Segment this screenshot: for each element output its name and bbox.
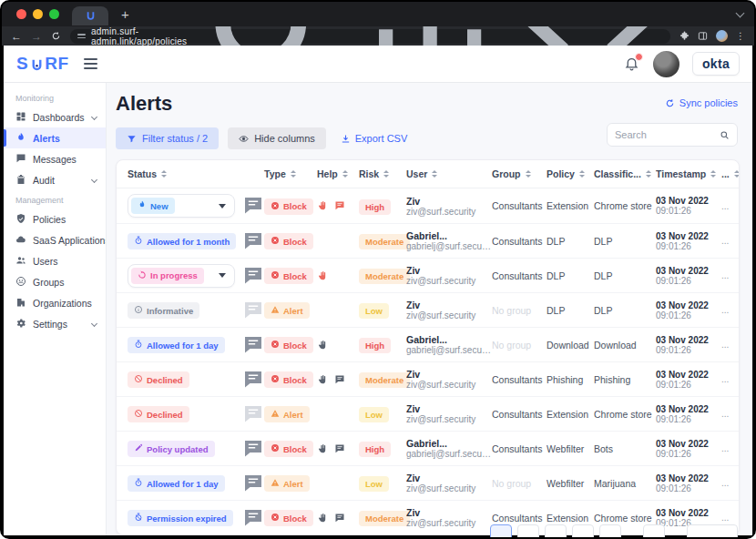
sidebar-item-organizations[interactable]: Organizations: [4, 292, 106, 313]
url-bar[interactable]: admin.surf-admin.link/app/policies: [70, 29, 670, 44]
side-panel-icon[interactable]: [698, 31, 708, 41]
status-badge[interactable]: Allowed for 1 month: [128, 233, 236, 249]
sidebar-item-settings[interactable]: Settings: [4, 313, 106, 334]
comment-icon[interactable]: [242, 230, 264, 252]
sort-icon[interactable]: [161, 170, 167, 178]
help-chat-icon[interactable]: [334, 513, 345, 524]
status-badge[interactable]: Permission expired: [128, 510, 233, 526]
pagination-page-button[interactable]: [599, 524, 621, 539]
row-more-button[interactable]: ...: [721, 340, 729, 350]
pagination-next-button[interactable]: [643, 524, 665, 539]
comment-icon[interactable]: [242, 403, 264, 425]
new-tab-button[interactable]: +: [121, 7, 129, 21]
status-badge[interactable]: Policy updated: [128, 441, 215, 457]
comment-icon[interactable]: [242, 473, 264, 494]
status-badge[interactable]: Declined: [128, 371, 189, 388]
sidebar-item-alerts[interactable]: Alerts: [4, 127, 106, 148]
hand-icon[interactable]: [317, 200, 328, 211]
column-header-group[interactable]: Group: [492, 168, 547, 179]
status-badge[interactable]: Informative: [128, 302, 199, 319]
help-chat-icon[interactable]: [334, 374, 345, 385]
extensions-icon[interactable]: [679, 31, 690, 41]
comment-icon[interactable]: [242, 369, 264, 391]
user-avatar[interactable]: [653, 51, 679, 77]
column-header-risk[interactable]: Risk: [359, 168, 406, 179]
maximize-window-button[interactable]: [49, 9, 59, 19]
row-more-button[interactable]: ...: [721, 236, 729, 246]
browser-menu-icon[interactable]: ⋮: [736, 31, 745, 41]
chevron-down-icon[interactable]: [91, 114, 97, 120]
row-more-button[interactable]: ...: [721, 513, 729, 523]
sidebar-item-groups[interactable]: Groups: [4, 271, 106, 292]
hand-icon[interactable]: [317, 443, 328, 454]
column-header-policy[interactable]: Policy: [547, 168, 594, 179]
column-header-help[interactable]: Help: [317, 168, 359, 179]
column-header-user[interactable]: User: [406, 168, 492, 179]
sort-icon[interactable]: [710, 170, 716, 178]
row-more-button[interactable]: ...: [721, 409, 729, 419]
pagination-page-button[interactable]: [572, 524, 594, 539]
sidebar-item-policies[interactable]: Policies: [4, 208, 106, 229]
browser-profile-avatar[interactable]: [716, 30, 728, 42]
close-window-button[interactable]: [16, 9, 26, 19]
browser-tab[interactable]: [72, 6, 108, 25]
comment-icon[interactable]: [242, 334, 264, 356]
row-more-button[interactable]: ...: [721, 305, 729, 315]
export-csv-button[interactable]: Export CSV: [341, 133, 407, 144]
column-header-status[interactable]: Status: [128, 168, 242, 179]
filter-status-button[interactable]: Filter status / 2: [116, 127, 219, 149]
comment-icon[interactable]: [242, 300, 264, 321]
minimize-window-button[interactable]: [33, 9, 43, 19]
help-chat-icon[interactable]: [334, 200, 345, 211]
pagination-page-button[interactable]: [545, 524, 567, 539]
sort-icon[interactable]: [383, 170, 389, 178]
status-badge[interactable]: Allowed for 1 day: [128, 475, 225, 492]
sort-icon[interactable]: [734, 170, 740, 178]
row-more-button[interactable]: ...: [721, 443, 729, 453]
comment-icon[interactable]: [242, 265, 264, 287]
pagination-page-size-select[interactable]: [687, 524, 738, 539]
back-icon[interactable]: ←: [11, 31, 22, 42]
column-header-type[interactable]: Type: [264, 168, 317, 179]
sidebar-item-users[interactable]: Users: [4, 250, 106, 271]
sort-icon[interactable]: [646, 170, 651, 178]
sidebar-item-messages[interactable]: Messages: [4, 148, 106, 169]
status-badge[interactable]: Declined: [128, 406, 189, 422]
reload-icon[interactable]: [51, 31, 61, 41]
surf-logo[interactable]: S RF: [16, 54, 69, 74]
sidebar-item-dashboards[interactable]: Dashboards: [4, 107, 106, 127]
hand-icon[interactable]: [317, 270, 328, 281]
sort-icon[interactable]: [526, 170, 531, 178]
column-header-timestamp[interactable]: Timestamp: [656, 168, 721, 179]
status-dropdown[interactable]: In progress: [128, 264, 235, 288]
column-header--[interactable]: ...: [721, 168, 740, 179]
column-header-classific-[interactable]: Classific...: [594, 168, 656, 179]
status-dropdown[interactable]: New: [128, 194, 235, 218]
sidebar-item-audit[interactable]: Audit: [4, 169, 106, 190]
sidebar-item-saas-applications[interactable]: SaaS Applications: [4, 229, 106, 250]
site-info-icon[interactable]: [77, 34, 86, 38]
row-more-button[interactable]: ...: [721, 201, 729, 211]
status-badge[interactable]: Allowed for 1 day: [128, 337, 225, 353]
collapse-sidebar-icon[interactable]: [84, 58, 97, 68]
comment-icon[interactable]: [242, 195, 264, 217]
pagination-page-button[interactable]: [490, 524, 512, 539]
row-more-button[interactable]: ...: [721, 374, 729, 384]
sort-icon[interactable]: [432, 170, 437, 178]
comment-icon[interactable]: [242, 507, 264, 529]
row-more-button[interactable]: ...: [721, 270, 729, 280]
okta-badge[interactable]: okta: [692, 52, 740, 76]
tab-search-chevron-icon[interactable]: [736, 9, 745, 18]
sort-icon[interactable]: [291, 170, 296, 178]
sort-icon[interactable]: [579, 170, 585, 178]
sync-policies-button[interactable]: Sync policies: [665, 97, 738, 108]
pagination-page-button[interactable]: [517, 524, 539, 539]
comment-icon[interactable]: [242, 438, 264, 460]
forward-icon[interactable]: →: [31, 31, 42, 42]
search-icon[interactable]: [720, 130, 730, 140]
notifications-bell-icon[interactable]: [624, 56, 640, 72]
hand-icon[interactable]: [317, 340, 328, 351]
chevron-down-icon[interactable]: [91, 320, 97, 327]
hide-columns-button[interactable]: Hide columns: [228, 127, 326, 149]
search-input[interactable]: [615, 129, 720, 140]
